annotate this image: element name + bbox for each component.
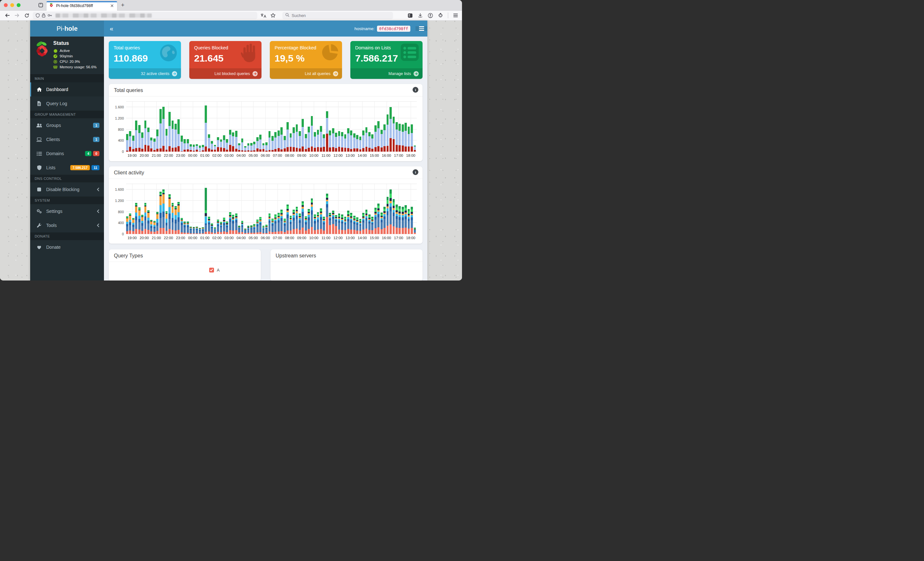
checkbox-icon[interactable]: [209, 268, 214, 272]
translate-icon[interactable]: [260, 12, 267, 19]
account-icon[interactable]: [428, 13, 433, 18]
arrow-circle-icon: [172, 71, 177, 76]
legend-label: A: [217, 268, 220, 272]
badge: 4: [85, 151, 92, 156]
lock-icon[interactable]: [42, 13, 45, 18]
query-type-checkbox-a[interactable]: A: [209, 268, 220, 272]
key-icon[interactable]: [48, 13, 52, 17]
info-icon[interactable]: i: [412, 87, 418, 93]
sidebar-item-domains[interactable]: Domains40: [30, 147, 104, 161]
browser-window: Pi-hole 0fd38cd798ff ✕ +: [0, 0, 462, 280]
status-row: 90q/min: [53, 54, 97, 59]
panel-title: Total queries: [114, 88, 143, 93]
app-navbar: Pi-hole « hostname: 0fd38cd798ff: [30, 21, 428, 37]
panel-title: Query Types: [114, 253, 143, 258]
chevron-left-icon: [97, 209, 99, 213]
chevron-left-icon: [97, 223, 99, 227]
card-title: Domains on Lists: [350, 41, 423, 50]
card-title: Percentage Blocked: [270, 41, 342, 50]
donate-icon: [36, 245, 42, 250]
status-row: Active: [53, 48, 97, 54]
desktop-background: Pi-hole « hostname: 0fd38cd798ff: [0, 21, 462, 280]
card-value: 110.869: [109, 50, 181, 64]
memory-icon: [53, 66, 57, 69]
status-panel: Status Active90q/minCPU: 20.9%Memory usa…: [30, 37, 104, 75]
search-input[interactable]: Suchen: [282, 12, 393, 19]
pihole-app: Pi-hole « hostname: 0fd38cd798ff: [30, 21, 428, 280]
card-footer-link[interactable]: Manage lists: [350, 68, 423, 79]
sidebar-item-disable-blocking[interactable]: Disable Blocking: [30, 183, 104, 196]
card-footer-link[interactable]: List all queries: [270, 68, 342, 79]
search-icon: [285, 12, 290, 18]
home-icon: [36, 87, 42, 92]
sidebar-collapse-button[interactable]: «: [104, 21, 119, 37]
card-value: 19,5 %: [270, 50, 342, 64]
browser-tab[interactable]: Pi-hole 0fd38cd798ff ✕: [46, 1, 117, 10]
sidebars-icon[interactable]: [408, 13, 413, 18]
status-row: CPU: 20.9%: [53, 59, 97, 64]
card-domains-on-lists[interactable]: Domains on Lists7.586.217Manage lists: [350, 41, 423, 79]
tab-title: Pi-hole 0fd38cd798ff: [56, 3, 110, 8]
sidebar-section-header: DONATE: [30, 232, 104, 240]
extensions-icon[interactable]: [438, 13, 443, 18]
sidebar-item-groups[interactable]: Groups1: [30, 118, 104, 132]
card-queries-blocked[interactable]: Queries Blocked21.645List blocked querie…: [189, 41, 261, 79]
badge: 11: [92, 165, 99, 170]
card-title: Total queries: [109, 41, 181, 50]
laptop-icon: [36, 137, 42, 142]
wrench-icon: [36, 223, 42, 228]
zoom-window-button[interactable]: [16, 3, 21, 7]
users-icon: [36, 123, 42, 128]
tab-favicon: [49, 3, 54, 9]
sidebar-item-clients[interactable]: Clients1: [30, 132, 104, 147]
main-content: Total queries110.86932 active clientsQue…: [104, 37, 428, 280]
menu-hamburger-icon[interactable]: [453, 13, 458, 18]
sidebar-item-lists[interactable]: Lists7.586.21711: [30, 161, 104, 175]
forward-button[interactable]: [14, 12, 21, 19]
sidebar-item-donate[interactable]: Donate: [30, 240, 104, 254]
status-title: Status: [53, 40, 97, 46]
sidebar-item-dashboard[interactable]: Dashboard: [30, 82, 104, 96]
pihole-brand[interactable]: Pi-hole: [30, 21, 104, 37]
info-icon[interactable]: i: [412, 169, 418, 175]
chevron-left-icon: [97, 187, 99, 191]
firefox-view-icon[interactable]: [38, 3, 44, 8]
sidebar-item-settings[interactable]: Settings: [30, 204, 104, 218]
gauge-icon: [53, 54, 57, 58]
total-queries-chart[interactable]: 04008001.2001.60019:0020:0021:0022:0023:…: [110, 99, 419, 161]
badge: 1: [93, 137, 99, 142]
app-menu-button[interactable]: [416, 26, 428, 31]
card-percentage-blocked[interactable]: Percentage Blocked19,5 %List all queries: [270, 41, 342, 79]
address-bar[interactable]: [33, 12, 257, 19]
shield-icon[interactable]: [36, 13, 40, 18]
card-total-queries[interactable]: Total queries110.86932 active clients: [109, 41, 181, 79]
downloads-icon[interactable]: [418, 13, 423, 18]
gears-icon: [36, 209, 42, 214]
bookmark-star-icon[interactable]: [270, 12, 276, 19]
circle-icon: [53, 49, 57, 53]
card-footer-link[interactable]: List blocked queries: [189, 68, 261, 79]
new-tab-button[interactable]: +: [121, 1, 124, 9]
client-activity-chart[interactable]: 04008001.2001.60019:0020:0021:0022:0023:…: [110, 181, 419, 244]
card-footer-link[interactable]: 32 active clients: [109, 68, 181, 79]
arrow-circle-icon: [252, 71, 258, 76]
arrow-circle-icon: [333, 71, 338, 76]
card-title: Queries Blocked: [189, 41, 261, 50]
hostname-label: hostname:: [354, 26, 375, 31]
sidebar-item-tools[interactable]: Tools: [30, 218, 104, 232]
arrow-circle-icon: [414, 71, 418, 76]
client-activity-panel: Client activity i 04008001.2001.60019:00…: [109, 166, 423, 244]
close-window-button[interactable]: [4, 3, 8, 7]
shield-icon: [36, 165, 42, 170]
url-text-redacted: [56, 13, 152, 18]
status-rows: Active90q/minCPU: 20.9%Memory usage: 56.…: [53, 48, 97, 70]
stop-icon: [36, 187, 42, 192]
badge: 7.586.217: [70, 165, 90, 170]
minimize-window-button[interactable]: [10, 3, 14, 7]
tab-close-icon[interactable]: ✕: [110, 3, 114, 8]
raspberry-logo: [34, 40, 50, 70]
reload-button[interactable]: [23, 12, 30, 19]
back-button[interactable]: [4, 12, 11, 19]
browser-toolbar: Suchen: [0, 10, 462, 21]
sidebar-item-query-log[interactable]: Query Log: [30, 96, 104, 111]
